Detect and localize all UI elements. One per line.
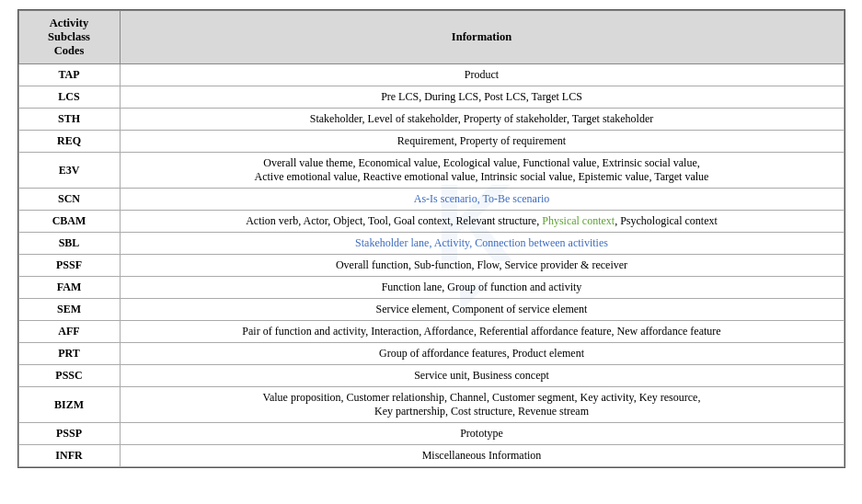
table-row: STHStakeholder, Level of stakeholder, Pr… xyxy=(18,109,844,131)
row-info: Requirement, Property of requirement xyxy=(120,131,844,153)
row-code: PRT xyxy=(18,343,120,365)
row-code: BIZM xyxy=(18,387,120,423)
row-code: AFF xyxy=(18,321,120,343)
row-info: Service element, Component of service el… xyxy=(120,299,844,321)
row-info: Service unit, Business concept xyxy=(120,365,844,387)
table-row: E3VOverall value theme, Economical value… xyxy=(18,153,844,189)
row-info: Miscellaneous Information xyxy=(120,445,844,467)
row-info: Stakeholder lane, Activity, Connection b… xyxy=(120,233,844,255)
table-row: TAPProduct xyxy=(18,64,844,86)
table-row: PSSCService unit, Business concept xyxy=(18,365,844,387)
row-info: Prototype xyxy=(120,423,844,445)
row-code: PSSF xyxy=(18,255,120,277)
table-row: SBLStakeholder lane, Activity, Connectio… xyxy=(18,233,844,255)
row-code: INFR xyxy=(18,445,120,467)
row-info: Stakeholder, Level of stakeholder, Prope… xyxy=(120,109,844,131)
table-row: PRTGroup of affordance features, Product… xyxy=(18,343,844,365)
row-code: TAP xyxy=(18,64,120,86)
main-table-wrapper: K ◤ Activity Subclass Codes Information … xyxy=(17,9,845,468)
table-row: CBAMAction verb, Actor, Object, Tool, Go… xyxy=(18,211,844,233)
activity-table: Activity Subclass Codes Information TAPP… xyxy=(18,10,845,467)
row-info: Pair of function and activity, Interacti… xyxy=(120,321,844,343)
row-code: E3V xyxy=(18,153,120,189)
row-info: Overall function, Sub-function, Flow, Se… xyxy=(120,255,844,277)
row-info: Group of affordance features, Product el… xyxy=(120,343,844,365)
row-info: Function lane, Group of function and act… xyxy=(120,277,844,299)
table-row: AFFPair of function and activity, Intera… xyxy=(18,321,844,343)
table-row: PSSFOverall function, Sub-function, Flow… xyxy=(18,255,844,277)
row-info: Pre LCS, During LCS, Post LCS, Target LC… xyxy=(120,86,844,109)
row-code: SBL xyxy=(18,233,120,255)
row-code: PSSC xyxy=(18,365,120,387)
row-code: FAM xyxy=(18,277,120,299)
row-code: SCN xyxy=(18,189,120,211)
row-code: REQ xyxy=(18,131,120,153)
table-row: PSSPPrototype xyxy=(18,423,844,445)
table-row: FAMFunction lane, Group of function and … xyxy=(18,277,844,299)
row-code: PSSP xyxy=(18,423,120,445)
row-info: Overall value theme, Economical value, E… xyxy=(120,153,844,189)
row-code: STH xyxy=(18,109,120,131)
row-info: As-Is scenario, To-Be scenario xyxy=(120,189,844,211)
table-row: SCNAs-Is scenario, To-Be scenario xyxy=(18,189,844,211)
table-row: BIZMValue proposition, Customer relation… xyxy=(18,387,844,423)
table-row: INFRMiscellaneous Information xyxy=(18,445,844,467)
row-code: CBAM xyxy=(18,211,120,233)
row-code: LCS xyxy=(18,86,120,109)
table-row: LCSPre LCS, During LCS, Post LCS, Target… xyxy=(18,86,844,109)
table-row: SEMService element, Component of service… xyxy=(18,299,844,321)
header-info: Information xyxy=(120,11,844,64)
header-code: Activity Subclass Codes xyxy=(18,11,120,64)
row-info: Action verb, Actor, Object, Tool, Goal c… xyxy=(120,211,844,233)
row-info: Value proposition, Customer relationship… xyxy=(120,387,844,423)
row-code: SEM xyxy=(18,299,120,321)
row-info: Product xyxy=(120,64,844,86)
table-row: REQRequirement, Property of requirement xyxy=(18,131,844,153)
